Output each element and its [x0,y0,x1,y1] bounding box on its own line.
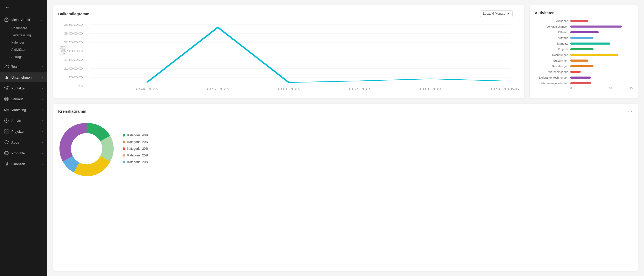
sidebar: ← Meine Arbeit ⌄ Dashboard Zeiterfassung… [0,0,47,276]
activity-row: Mandate [535,42,633,45]
svg-text:Monate: Monate [511,88,519,91]
sidebar-label-verkauf: Verkauf [11,97,39,101]
sidebar-item-kalender[interactable]: Kalender [0,39,47,46]
bar-chart-more-button[interactable]: ⋯ [515,11,519,16]
activity-row: Aufträge [535,36,633,39]
bar-chart-svg: 3500 3000 2500 2000 1500 1000 500 0 Minu… [58,21,519,93]
bar-chart-header: Balkendiagramm Letzte 6 Monate ▼ ⋯ [58,10,519,17]
svg-marker-10 [5,108,6,111]
activity-bar [570,65,594,67]
svg-text:04:18: 04:18 [136,88,158,91]
svg-text:3500: 3500 [63,23,83,26]
bar-chart-card: Balkendiagramm Letzte 6 Monate ▼ ⋯ 3500 … [53,5,524,98]
sidebar-item-produkte[interactable]: Produkte › [0,148,47,158]
activity-row: Bestellungen [535,65,633,68]
activity-label: Bestellungen [535,65,568,68]
pie-chart-card: Kreisdiagramm ⋯ [53,104,638,271]
sidebar-item-meine-arbeit[interactable]: Meine Arbeit ⌄ [0,15,47,24]
megaphone-icon [4,107,9,112]
chevron-right-icon3: › [42,87,43,90]
sidebar-item-antraege[interactable]: Anträge [0,53,47,61]
team-icon [4,64,9,69]
activity-row: Lieferantengutschriften [535,82,633,85]
activity-bar [570,82,591,84]
sidebar-label-kontakte: Kontakte [11,86,39,90]
sidebar-label-service: Service [11,119,39,123]
svg-rect-15 [5,132,6,133]
activity-bar [570,48,594,50]
chevron-right-icon5: › [42,108,43,111]
chevron-right-icon6: › [42,119,43,122]
sidebar-item-projekte[interactable]: Projekte › [0,127,47,136]
pie-chart-more-button[interactable]: ⋯ [628,109,633,114]
target-icon [4,97,9,101]
sidebar-label-meine-arbeit: Meine Arbeit [11,18,38,22]
sidebar-section-team: Team › [0,62,47,71]
sidebar-section-abos: Abos › [0,137,47,147]
activity-bar [570,26,622,28]
legend-item: Kategorie, 20% [123,147,148,150]
svg-point-8 [5,98,8,100]
svg-text:2500: 2500 [63,41,83,44]
sidebar-item-dashboard[interactable]: Dashboard [0,24,47,32]
chevron-down-icon: ⌄ [41,18,43,21]
svg-rect-14 [7,132,8,133]
bar-chart-actions: Letzte 6 Monate ▼ ⋯ [480,10,519,17]
activity-label: Verkaufschancen [535,25,568,28]
legend-dot [123,161,125,163]
activity-bar [570,71,581,73]
activity-label: Gutschriften [535,59,568,62]
sidebar-section-produkte: Produkte › [0,148,47,158]
svg-point-45 [71,133,102,164]
chevron-right-icon7: › [42,130,43,133]
sidebar-item-aktivitaeten[interactable]: Aktivitäten [0,46,47,53]
activities-axis: 0 5 10 15 [535,87,633,90]
svg-text:06:18: 06:18 [278,88,300,91]
svg-rect-12 [5,130,6,131]
sidebar-item-service[interactable]: Service › [0,116,47,126]
grid-icon [4,129,9,134]
filter-label: Letzte 6 Monate [483,12,505,15]
activities-more-button[interactable]: ⋯ [628,10,633,15]
activity-label: Projekte [535,48,568,51]
svg-point-9 [6,99,7,99]
pie-svg-wrapper [58,120,115,177]
svg-text:05:18: 05:18 [207,88,229,91]
svg-point-1 [7,65,9,66]
sidebar-item-verkauf[interactable]: Verkauf › [0,94,47,104]
legend-label: Kategorie, 40% [127,133,148,137]
sidebar-section-finanzen: Finanzen › [0,159,47,169]
activity-bar [570,43,610,45]
sidebar-item-abos[interactable]: Abos › [0,137,47,147]
activity-row: Offerten [535,31,633,34]
sidebar-label-marketing: Marketing [11,108,39,112]
chevron-right-icon10: › [42,163,43,165]
legend-label: Kategorie, 20% [127,140,148,144]
filter-dropdown[interactable]: Letzte 6 Monate ▼ [480,10,513,17]
back-button[interactable]: ← [0,0,47,15]
legend-label: Kategorie, 20% [127,154,148,157]
sidebar-item-kontakte[interactable]: Kontakte › [0,83,47,93]
sidebar-item-finanzen[interactable]: Finanzen › [0,159,47,169]
sidebar-item-zeiterfassung[interactable]: Zeiterfassung [0,32,47,39]
sidebar-item-marketing[interactable]: Marketing › [0,105,47,115]
sidebar-item-team[interactable]: Team › [0,62,47,71]
svg-text:1500: 1500 [63,58,83,61]
activity-row: Gutschriften [535,59,633,62]
top-row: Balkendiagramm Letzte 6 Monate ▼ ⋯ 3500 … [53,5,638,98]
legend-label: Kategorie, 20% [127,147,148,150]
activity-label: Mandate [535,42,568,45]
globe-icon [4,151,9,155]
sidebar-section-marketing: Marketing › [0,105,47,115]
pie-chart-title: Kreisdiagramm [58,109,86,113]
chevron-right-icon9: › [42,152,43,155]
pie-legend: Kategorie, 40%Kategorie, 20%Kategorie, 2… [123,133,148,164]
sidebar-label-produkte: Produkte [11,151,39,155]
svg-text:Minuten: Minuten [58,45,67,55]
activity-row: Aufgaben [535,19,633,22]
activities-card: Aktivitäten ⋯ AufgabenVerkaufschancenOff… [530,5,638,98]
sidebar-item-unternehmen[interactable]: Unternehmen › [0,72,47,82]
activity-label: Lieferantengutschriften [535,82,568,85]
legend-dot [123,147,125,150]
legend-item: Kategorie, 40% [123,133,148,137]
